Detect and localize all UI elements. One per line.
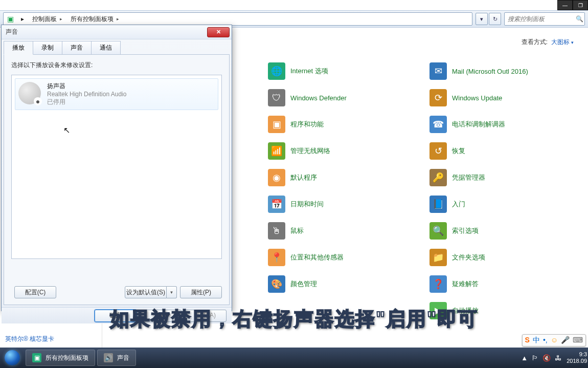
tab-录制[interactable]: 录制 — [33, 41, 62, 55]
cp-item-label: 疑难解答 — [452, 279, 479, 289]
cp-item-label: 恢复 — [452, 146, 465, 156]
control-panel-taskbar-icon: ▣ — [32, 353, 41, 362]
cp-item-10[interactable]: 📶管理无线网络 — [268, 142, 422, 160]
search-icon[interactable]: 🔍 — [575, 15, 584, 23]
cp-item-17[interactable]: 📘入门 — [429, 196, 584, 213]
cp-item-label: 默认程序 — [290, 173, 317, 182]
cp-item-label: 程序和功能 — [290, 120, 324, 129]
cp-item-label: 颜色管理 — [290, 279, 317, 289]
refresh-button[interactable]: ↻ — [489, 13, 501, 25]
cp-item-icon: 🖱 — [268, 222, 285, 240]
breadcrumb-2[interactable]: 所有控制面板项▸ — [66, 13, 123, 25]
cp-item-label: Windows Defender — [290, 94, 347, 102]
device-list[interactable]: 扬声器 Realtek High Definition Audio 已停用 — [11, 75, 222, 259]
set-default-button[interactable]: 设为默认值(S) — [125, 286, 167, 298]
cp-item-icon: 📁 — [429, 249, 447, 266]
cp-item-icon: 🌐 — [268, 62, 285, 80]
ime-emoji-icon[interactable]: ☺ — [551, 336, 558, 345]
cp-item-label: Windows Update — [452, 94, 502, 102]
breadcrumb-dropdown-button[interactable]: ▾ — [476, 13, 488, 25]
tray-clock[interactable]: 9:3 2018.09 — [567, 351, 587, 364]
taskbar-item-control-panel[interactable]: ▣ 所有控制面板项 — [26, 350, 95, 366]
breadcrumb-1[interactable]: 控制面板▸ — [28, 13, 66, 25]
cp-item-4[interactable]: 🛡Windows Defender — [268, 89, 422, 106]
tray-up-icon[interactable]: ▲ — [521, 354, 528, 362]
cp-item-icon: ☎ — [429, 116, 447, 133]
view-mode: 查看方式: 大图标 — [522, 38, 574, 47]
taskbar-item-sound[interactable]: 🔊 声音 — [97, 350, 136, 366]
cp-item-7[interactable]: ▣程序和功能 — [268, 116, 422, 133]
tab-播放[interactable]: 播放 — [4, 41, 33, 55]
cp-item-14[interactable]: 🔑凭据管理器 — [429, 169, 584, 186]
cp-item-icon: ▣ — [268, 116, 285, 133]
set-default-dropdown[interactable]: ▼ — [167, 286, 177, 298]
ime-punct-icon[interactable]: •, — [543, 336, 548, 345]
cp-item-icon: 🎨 — [268, 275, 285, 293]
sound-taskbar-icon: 🔊 — [104, 353, 113, 362]
cp-item-label: 日期和时间 — [290, 200, 324, 209]
cp-item-25[interactable]: 🎨颜色管理 — [268, 275, 422, 293]
taskbar: ▣ 所有控制面板项 🔊 声音 ▲ 🏳 🔇 🖧 9:3 2018.09 — [0, 348, 588, 368]
start-button[interactable] — [0, 348, 25, 368]
cp-item-icon: ▶ — [429, 302, 447, 319]
tray-flag-icon[interactable]: 🏳 — [532, 354, 538, 362]
cp-item-label: 鼠标 — [290, 226, 304, 235]
configure-button[interactable]: 配置(C) — [14, 286, 56, 298]
cp-item-1[interactable]: 🌐Internet 选项 — [268, 62, 422, 80]
cp-item-icon: ↺ — [429, 142, 447, 160]
window-min-button[interactable]: — — [557, 0, 573, 10]
cp-item-icon: 🔑 — [429, 169, 447, 186]
ime-voice-icon[interactable]: 🎤 — [561, 336, 570, 345]
view-mode-dropdown[interactable]: 大图标 — [551, 38, 574, 46]
cp-item-11[interactable]: ↺恢复 — [429, 142, 584, 160]
cancel-button[interactable]: 取消 — [140, 310, 182, 322]
tray-network-icon[interactable]: 🖧 — [555, 354, 561, 362]
dialog-close-button[interactable]: ✕ — [207, 27, 230, 37]
device-status: 已停用 — [47, 98, 126, 106]
cp-item-icon: ◉ — [268, 169, 285, 186]
cp-item-16[interactable]: 📅日期和时间 — [268, 196, 422, 213]
properties-button[interactable]: 属性(P) — [180, 286, 222, 298]
breadcrumb-root[interactable]: ▸ — [17, 13, 28, 25]
cp-item-icon: ⟳ — [429, 89, 447, 106]
ime-bar[interactable]: S 中 •, ☺ 🎤 ⌨ — [522, 334, 586, 347]
cp-item-8[interactable]: ☎电话和调制解调器 — [429, 116, 584, 133]
cp-item-icon: 📅 — [268, 196, 285, 213]
cp-item-22[interactable]: 📍位置和其他传感器 — [268, 249, 422, 266]
tab-通信[interactable]: 通信 — [91, 41, 121, 55]
cp-item-19[interactable]: 🖱鼠标 — [268, 222, 422, 240]
cp-item-29[interactable]: ▶自动播放 — [429, 302, 584, 319]
apply-button[interactable]: 应用(A) — [185, 310, 227, 322]
ime-lang-icon[interactable]: 中 — [533, 336, 540, 345]
playback-hint: 选择以下播放设备来修改设置: — [11, 61, 222, 70]
cp-item-label: 位置和其他传感器 — [290, 253, 344, 262]
control-panel-icon: ▣ — [4, 13, 17, 25]
device-name: 扬声器 — [47, 82, 126, 91]
tab-声音[interactable]: 声音 — [62, 41, 92, 55]
cp-item-label: 管理无线网络 — [290, 146, 330, 156]
tray-volume-icon[interactable]: 🔇 — [542, 354, 551, 362]
cp-item-5[interactable]: ⟳Windows Update — [429, 89, 584, 106]
breadcrumb-bar[interactable]: ▣ ▸ 控制面板▸ 所有控制面板项▸ — [3, 12, 472, 26]
cp-item-20[interactable]: 🔍索引选项 — [429, 222, 584, 240]
ime-logo-icon[interactable]: S — [525, 336, 530, 345]
cp-item-label: 入门 — [452, 200, 465, 209]
dialog-title: 声音 — [6, 28, 18, 36]
cp-item-icon: ✉ — [429, 62, 447, 80]
cp-item-label: 文件夹选项 — [452, 253, 485, 262]
cp-item-23[interactable]: 📁文件夹选项 — [429, 249, 584, 266]
search-input[interactable] — [505, 15, 575, 23]
ime-keyboard-icon[interactable]: ⌨ — [573, 336, 583, 345]
cp-item-13[interactable]: ◉默认程序 — [268, 169, 422, 186]
device-item-speaker[interactable]: 扬声器 Realtek High Definition Audio 已停用 — [15, 78, 218, 110]
window-max-button[interactable]: ❐ — [573, 0, 588, 10]
search-box[interactable]: 🔍 — [504, 12, 585, 26]
cp-item-label: Mail (Microsoft Outl 2016) — [452, 68, 528, 75]
cp-item-label: Internet 选项 — [290, 67, 328, 76]
cp-item-icon: 📘 — [429, 196, 447, 213]
ok-button[interactable]: 确定 — [95, 310, 137, 322]
cp-item-2[interactable]: ✉Mail (Microsoft Outl 2016) — [429, 62, 584, 80]
cp-item-26[interactable]: ❓疑难解答 — [429, 275, 584, 293]
sidebar-intel-link[interactable]: 英特尔® 核芯显卡 — [5, 335, 54, 343]
system-tray[interactable]: ▲ 🏳 🔇 🖧 9:3 2018.09 — [519, 351, 588, 364]
